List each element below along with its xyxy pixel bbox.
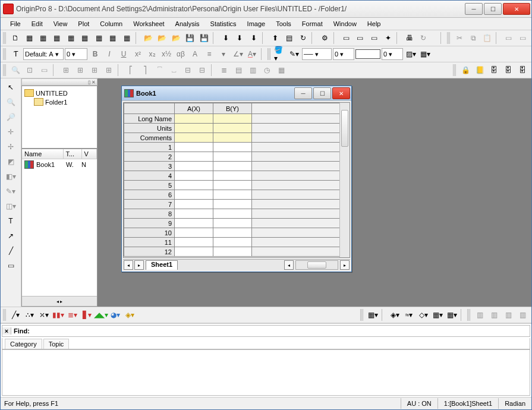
legend2-icon[interactable]: ▤ (232, 64, 245, 77)
cell[interactable] (175, 247, 213, 257)
list-header[interactable]: Name T... V (22, 149, 97, 159)
crosshair-icon[interactable]: ✛ (4, 125, 18, 138)
row-header[interactable]: 3 (124, 162, 175, 171)
pattern-icon[interactable]: ▨▾ (404, 48, 417, 61)
font-combo[interactable]: Default: A ▾ (23, 48, 64, 60)
italic-icon[interactable]: I (103, 48, 116, 61)
cell[interactable] (175, 152, 213, 162)
cell[interactable] (213, 200, 252, 209)
slide3-icon[interactable]: ▭ (368, 31, 380, 45)
area-plot-icon[interactable]: ◢◣▾ (95, 308, 108, 321)
row-header[interactable]: 10 (124, 228, 175, 238)
wks-col1-icon[interactable]: ▥ (473, 308, 486, 321)
top-align-icon[interactable]: ⎴ (153, 64, 166, 77)
subscript-icon[interactable]: x₂ (146, 48, 159, 61)
horizontal-scrollbar[interactable] (295, 260, 338, 270)
find-input[interactable] (32, 326, 530, 336)
3d-wire-icon[interactable]: ◇▾ (417, 308, 430, 321)
data-selector-icon[interactable]: ◩ (4, 155, 18, 168)
menu-help[interactable]: Help (363, 19, 386, 29)
new-layout-icon[interactable]: ▦ (65, 31, 77, 45)
row-header[interactable]: 1 (124, 143, 175, 152)
refresh2-icon[interactable]: ▭ (517, 31, 529, 45)
row-header[interactable]: 12 (124, 247, 175, 257)
cell[interactable] (175, 219, 213, 228)
text-tool2-icon[interactable]: T (4, 215, 18, 228)
batch-icon[interactable]: ▤ (283, 31, 295, 45)
contour-icon[interactable]: ▦▾ (431, 308, 444, 321)
fill-swatch[interactable] (355, 49, 380, 59)
toolbar-grip[interactable] (467, 309, 470, 321)
cell[interactable] (213, 247, 252, 257)
size-combo[interactable]: 0 ▾ (65, 48, 87, 60)
3d-surface-icon[interactable]: ≈▾ (402, 308, 415, 321)
menu-image[interactable]: Image (243, 19, 270, 29)
draw-data-icon[interactable]: ✎▾ (4, 185, 18, 198)
zoom-out-icon[interactable]: 🔎 (4, 111, 18, 124)
menu-worksheet[interactable]: Worksheet (128, 19, 169, 29)
list-item[interactable]: Book1 W. N (22, 159, 97, 170)
center-v-icon[interactable]: ⊟ (196, 64, 209, 77)
import-single-icon[interactable]: ⬇ (233, 31, 245, 45)
menu-view[interactable]: View (49, 19, 73, 29)
cell[interactable] (213, 152, 252, 162)
tab-nav-left[interactable]: ◂ (124, 260, 133, 270)
slide-icon[interactable]: ▭ (340, 31, 352, 45)
menu-window[interactable]: Window (329, 19, 361, 29)
copy-icon[interactable]: ⧉ (467, 31, 479, 45)
column-header[interactable]: B(Y) (213, 103, 252, 114)
slide4-icon[interactable]: ✦ (382, 31, 394, 45)
explorer-hscroll[interactable]: ◂ ▸ (22, 296, 97, 306)
toolbar-grip[interactable] (447, 32, 450, 44)
line-color-icon[interactable]: ✎▾ (288, 48, 301, 61)
addon-icon[interactable]: ⊞ (102, 64, 115, 77)
whole-page-icon[interactable]: ▭ (37, 64, 51, 77)
text-tool-icon[interactable]: Ƭ (9, 48, 22, 61)
save-icon[interactable]: 💾 (184, 31, 196, 45)
3d-plot-icon[interactable]: ◈▾ (123, 308, 136, 321)
code-builder-icon[interactable]: ⚙ (318, 31, 330, 45)
cell[interactable] (175, 238, 213, 247)
line-style-combo[interactable]: ── ▾ (302, 48, 332, 60)
font-color-icon[interactable]: A▾ (245, 48, 259, 61)
legend-icon[interactable]: ≣ (218, 64, 231, 77)
3d-xyz-icon[interactable]: ◈▾ (388, 308, 401, 321)
cell[interactable] (213, 143, 252, 152)
wks-col4-icon[interactable]: ▥ (516, 308, 529, 321)
tab-category[interactable]: Category (5, 339, 42, 349)
extract-icon[interactable]: ⊞ (59, 64, 73, 77)
col-view[interactable]: V (82, 149, 97, 159)
cell[interactable] (213, 209, 252, 219)
hscroll-right[interactable]: ▸ (340, 260, 350, 270)
toolbar-grip[interactable] (360, 309, 363, 321)
cell[interactable] (175, 124, 213, 133)
open-template-icon[interactable]: 📂 (156, 31, 168, 45)
cell[interactable] (213, 238, 252, 247)
notes-icon[interactable]: 📒 (473, 64, 486, 77)
cell[interactable] (213, 124, 252, 133)
grid-icon[interactable]: ▦ (275, 64, 288, 77)
align-drop-icon[interactable]: ▾ (217, 48, 230, 61)
gradient-icon[interactable]: ▦▾ (418, 48, 432, 61)
meta-row-header[interactable]: Long Name (124, 114, 175, 124)
meta-row-header[interactable]: Comments (124, 133, 175, 143)
cell[interactable] (175, 162, 213, 171)
toolbar-grip[interactable] (267, 48, 270, 60)
menu-plot[interactable]: Plot (73, 19, 94, 29)
open-icon[interactable]: 📂 (142, 31, 155, 45)
menu-statistics[interactable]: Statistics (206, 19, 241, 29)
results-body[interactable] (2, 349, 530, 396)
row-header[interactable]: 11 (124, 238, 175, 247)
workbook-window[interactable]: Book1 ─ ☐ ✕ A(X)B(Y)Long NameUnitsCommen… (121, 86, 352, 272)
column-plot-icon[interactable]: ▮▮▾ (52, 308, 65, 321)
col-type[interactable]: T... (64, 149, 82, 159)
menu-analysis[interactable]: Analysis (171, 19, 204, 29)
child-close-button[interactable]: ✕ (332, 87, 350, 99)
open-excel-icon[interactable]: 📂 (170, 31, 182, 45)
image-plot-icon[interactable]: ▦▾ (445, 308, 458, 321)
center-h-icon[interactable]: ⊟ (181, 64, 194, 77)
new-matrix-icon[interactable]: ▦ (51, 31, 63, 45)
region-icon[interactable]: ◫▾ (4, 200, 18, 213)
cell[interactable] (213, 171, 252, 181)
slide2-icon[interactable]: ▭ (354, 31, 366, 45)
